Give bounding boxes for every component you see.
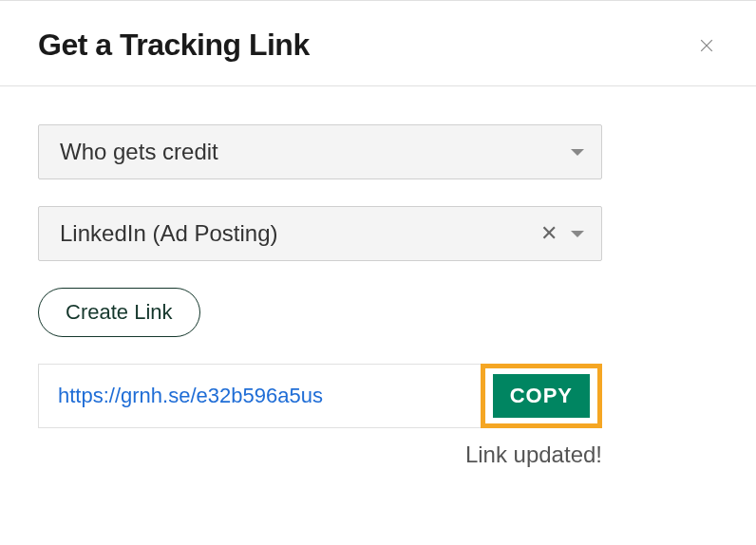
chevron-down-icon bbox=[571, 149, 584, 156]
link-row: COPY bbox=[38, 364, 602, 428]
modal-body: Who gets credit LinkedIn (Ad Posting) ✕ … bbox=[0, 86, 756, 468]
create-link-button[interactable]: Create Link bbox=[38, 288, 200, 337]
modal-header: Get a Tracking Link bbox=[0, 1, 756, 86]
modal-title: Get a Tracking Link bbox=[38, 28, 310, 63]
copy-highlight: COPY bbox=[481, 364, 602, 428]
tracking-link-input[interactable] bbox=[38, 364, 481, 428]
select-icons bbox=[571, 149, 584, 156]
close-icon[interactable] bbox=[695, 34, 718, 57]
copy-button[interactable]: COPY bbox=[493, 374, 590, 418]
source-select-value: LinkedIn (Ad Posting) bbox=[60, 220, 540, 247]
tracking-link-modal: Get a Tracking Link Who gets credit Link… bbox=[0, 0, 756, 545]
credit-select[interactable]: Who gets credit bbox=[38, 124, 602, 179]
clear-icon[interactable]: ✕ bbox=[540, 223, 558, 244]
chevron-down-icon bbox=[571, 231, 584, 237]
status-row: Link updated! bbox=[38, 442, 602, 468]
source-select[interactable]: LinkedIn (Ad Posting) ✕ bbox=[38, 206, 602, 261]
status-message: Link updated! bbox=[465, 442, 602, 467]
select-icons: ✕ bbox=[540, 223, 584, 244]
credit-select-placeholder: Who gets credit bbox=[60, 139, 571, 165]
